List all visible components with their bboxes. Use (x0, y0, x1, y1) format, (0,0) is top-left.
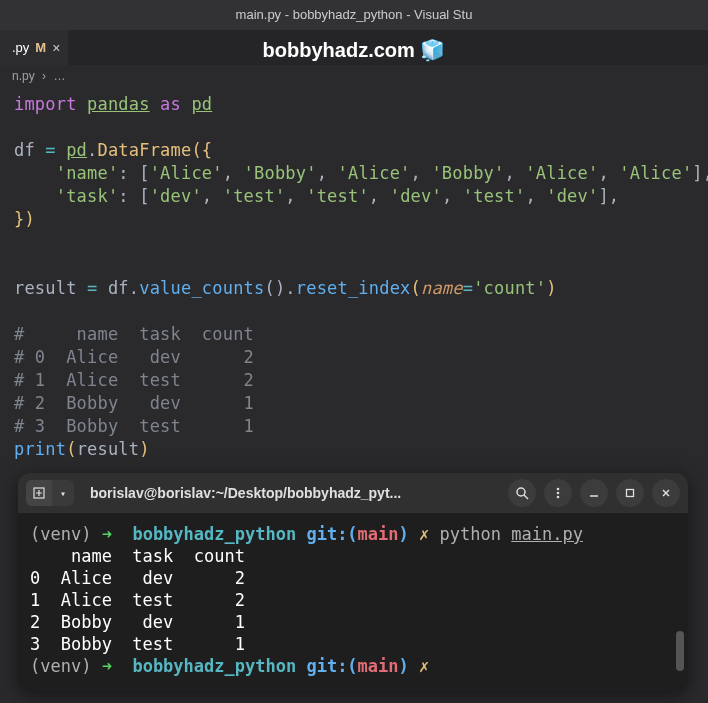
git-label: git:( (306, 656, 357, 676)
git-close: ) (399, 656, 409, 676)
paren-open: ( (66, 439, 76, 459)
output-header: name task count (30, 546, 245, 566)
indent (14, 163, 56, 183)
str: 'Bobby' (244, 163, 317, 183)
maximize-icon (624, 487, 636, 499)
svg-point-7 (557, 496, 560, 499)
key-name: 'name' (56, 163, 119, 183)
dot: . (87, 140, 97, 160)
str: 'Bobby' (431, 163, 504, 183)
svg-point-3 (517, 488, 525, 496)
colon: : [ (118, 163, 149, 183)
venv-label: (venv) (30, 656, 91, 676)
terminal-body[interactable]: (venv) ➜ bobbyhadz_python git:(main) ✗ p… (18, 513, 688, 691)
comma: , (285, 186, 306, 206)
str: 'dev' (150, 186, 202, 206)
str: 'dev' (390, 186, 442, 206)
str: 'test' (306, 186, 369, 206)
breadcrumb-sep: › (42, 69, 46, 83)
kw-import: import (14, 94, 77, 114)
comment-line: # 1 Alice test 2 (14, 370, 254, 390)
tab-filename: .py (12, 40, 29, 55)
comma: , (223, 163, 244, 183)
search-button[interactable] (508, 479, 536, 507)
op-eq: = (463, 278, 473, 298)
str: 'Alice' (525, 163, 598, 183)
breadcrumb-file: n.py (12, 69, 35, 83)
git-dirty-icon: ✗ (419, 656, 429, 676)
scrollbar-thumb[interactable] (676, 631, 684, 671)
menu-button[interactable] (544, 479, 572, 507)
svg-point-6 (557, 492, 560, 495)
git-branch: main (358, 524, 399, 544)
prompt-arrow-icon: ➜ (102, 524, 112, 544)
str: 'Alice' (619, 163, 692, 183)
code-editor[interactable]: import pandas as pd df = pd.DataFrame({ … (0, 87, 708, 467)
svg-line-4 (524, 495, 528, 499)
minimize-icon (588, 487, 600, 499)
paren-close: ) (546, 278, 556, 298)
tab-dropdown-button[interactable]: ▾ (52, 480, 74, 506)
tab-modified-indicator: M (35, 40, 46, 55)
watermark-brand: bobbyhadz.com 🧊 (263, 38, 446, 62)
kebab-icon (551, 486, 565, 500)
git-close: ) (399, 524, 409, 544)
tab-main-py[interactable]: .py M × (0, 30, 68, 65)
prompt-dir: bobbyhadz_python (132, 524, 296, 544)
bracket-close: }) (14, 209, 35, 229)
comma: , (411, 163, 432, 183)
output-row: 1 Alice test 2 (30, 590, 245, 610)
str: 'dev' (546, 186, 598, 206)
comment-line: # 0 Alice dev 2 (14, 347, 254, 367)
cmd-file: main.py (511, 524, 583, 544)
close-button[interactable] (652, 479, 680, 507)
terminal-title: borislav@borislav:~/Desktop/bobbyhadz_py… (82, 485, 500, 501)
window-title: main.py - bobbyhadz_python - Visual Stu (0, 0, 708, 30)
str-count: 'count' (473, 278, 546, 298)
ref-df: df (108, 278, 129, 298)
tab-close-icon[interactable]: × (52, 40, 60, 56)
str: 'Alice' (338, 163, 411, 183)
comma: , (202, 186, 223, 206)
kw-as: as (160, 94, 181, 114)
prompt-arrow-icon: ➜ (102, 656, 112, 676)
comma: , (525, 186, 546, 206)
colon: : [ (118, 186, 149, 206)
cls-dataframe: DataFrame (98, 140, 192, 160)
param-name: name (421, 278, 463, 298)
minimize-button[interactable] (580, 479, 608, 507)
output-row: 3 Bobby test 1 (30, 634, 245, 654)
svg-point-5 (557, 488, 560, 491)
bracket-open: ({ (191, 140, 212, 160)
git-label: git:( (306, 524, 357, 544)
cmd-python: python (440, 524, 501, 544)
list-end: ], (598, 186, 619, 206)
str: 'Alice' (150, 163, 223, 183)
comment-line: # name task count (14, 324, 254, 344)
alias-pd: pd (191, 94, 212, 114)
str: 'test' (463, 186, 526, 206)
breadcrumb[interactable]: n.py › … (0, 65, 708, 87)
venv-label: (venv) (30, 524, 91, 544)
paren-open: ( (411, 278, 421, 298)
var-result: result (14, 278, 77, 298)
module-pandas: pandas (87, 94, 150, 114)
indent (14, 186, 56, 206)
fn-value-counts: value_counts (139, 278, 264, 298)
search-icon (515, 486, 529, 500)
plus-box-icon (33, 487, 45, 499)
close-icon (660, 487, 672, 499)
new-tab-button[interactable] (26, 480, 52, 506)
output-row: 0 Alice dev 2 (30, 568, 245, 588)
comma: , (317, 163, 338, 183)
arg-result: result (77, 439, 140, 459)
fn-print: print (14, 439, 66, 459)
terminal-tab-controls: ▾ (26, 480, 74, 506)
git-branch: main (358, 656, 399, 676)
str: 'test' (223, 186, 286, 206)
fn-reset-index: reset_index (296, 278, 411, 298)
comma: , (504, 163, 525, 183)
terminal-header: ▾ borislav@borislav:~/Desktop/bobbyhadz_… (18, 473, 688, 513)
dot: . (129, 278, 139, 298)
maximize-button[interactable] (616, 479, 644, 507)
